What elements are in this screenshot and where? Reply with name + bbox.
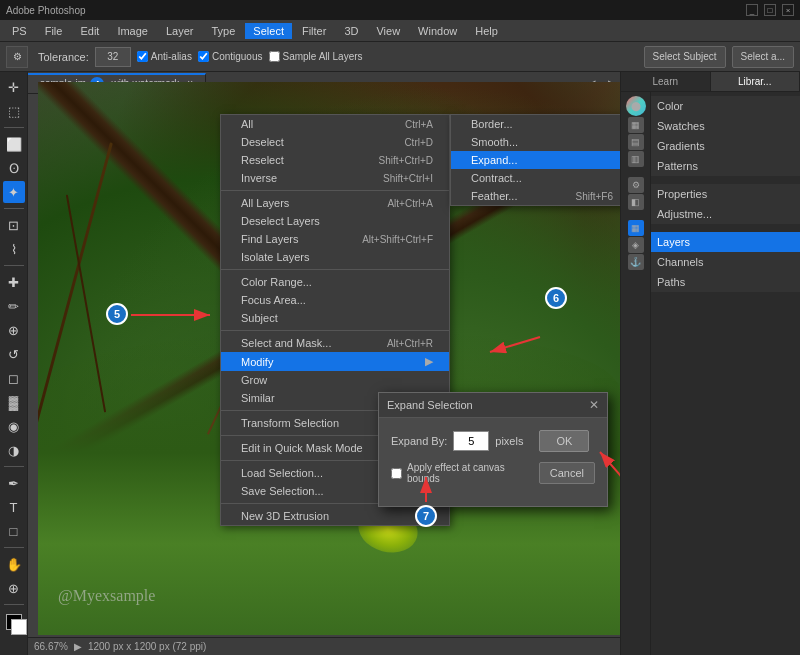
tool-divider-4 (4, 466, 24, 467)
menu-item-subject[interactable]: Subject (221, 309, 449, 327)
crop-tool[interactable]: ⊡ (3, 214, 25, 236)
right-panel: Learn Librar... ⬤ ▦ ▤ ▥ ⚙ ◧ ▦ ◈ ⚓ Color (620, 72, 800, 655)
modify-contract[interactable]: Contract... (451, 169, 620, 187)
hand-tool[interactable]: ✋ (3, 553, 25, 575)
menu-help[interactable]: Help (467, 23, 506, 39)
marquee-tool[interactable]: ⬜ (3, 133, 25, 155)
adjustments-panel-icon[interactable]: ◧ (628, 194, 644, 210)
tolerance-label: Tolerance: (38, 51, 89, 63)
foreground-color[interactable] (6, 614, 22, 630)
menu-3d[interactable]: 3D (336, 23, 366, 39)
history-brush-tool[interactable]: ↺ (3, 343, 25, 365)
modify-smooth[interactable]: Smooth... (451, 133, 620, 151)
modify-feather[interactable]: Feather...Shift+F6 (451, 187, 620, 205)
menubar: PS File Edit Image Layer Type Select Fil… (0, 20, 800, 42)
patterns-panel-icon[interactable]: ▥ (628, 151, 644, 167)
contiguous-check[interactable]: Contiguous (198, 51, 263, 62)
maximize-btn[interactable]: □ (764, 4, 776, 16)
gradient-tool[interactable]: ▓ (3, 391, 25, 413)
dialog-close-btn[interactable]: ✕ (589, 398, 599, 412)
menu-item-isolate-layers[interactable]: Isolate Layers (221, 248, 449, 266)
tolerance-input[interactable] (95, 47, 131, 67)
swatches-panel-header[interactable]: Swatches (651, 116, 800, 136)
swatches-panel-icon[interactable]: ▦ (628, 117, 644, 133)
anti-alias-check[interactable]: Anti-alias (137, 51, 192, 62)
layers-panel-icon[interactable]: ▦ (628, 220, 644, 236)
menu-item-select-and-mask[interactable]: Select and Mask...Alt+Ctrl+R (221, 334, 449, 352)
lasso-tool[interactable]: ʘ (3, 157, 25, 179)
paths-panel-icon[interactable]: ⚓ (628, 254, 644, 270)
select-subject-button[interactable]: Select Subject (644, 46, 726, 68)
menu-image[interactable]: Image (109, 23, 156, 39)
background-color[interactable] (11, 619, 27, 635)
menu-item-all[interactable]: AllCtrl+A (221, 115, 449, 133)
dodge-tool[interactable]: ◑ (3, 439, 25, 461)
modify-submenu: Border... Smooth... Expand... Contract..… (450, 114, 620, 206)
menu-item-color-range[interactable]: Color Range... (221, 273, 449, 291)
minimize-btn[interactable]: _ (746, 4, 758, 16)
patterns-panel-header[interactable]: Patterns (651, 156, 800, 176)
menu-item-inverse[interactable]: InverseShift+Ctrl+I (221, 169, 449, 187)
dialog-ok-button[interactable]: OK (539, 430, 589, 452)
properties-panel-header[interactable]: Properties (651, 184, 800, 204)
gradients-panel-icon[interactable]: ▤ (628, 134, 644, 150)
menu-filter[interactable]: Filter (294, 23, 334, 39)
window-controls[interactable]: _ □ × (746, 4, 794, 16)
tool-options-icon[interactable]: ⚙ (6, 46, 28, 68)
menu-item-all-layers[interactable]: All LayersAlt+Ctrl+A (221, 194, 449, 212)
pen-tool[interactable]: ✒ (3, 472, 25, 494)
menu-item-grow[interactable]: Grow (221, 371, 449, 389)
healing-tool[interactable]: ✚ (3, 271, 25, 293)
menu-item-deselect[interactable]: DeselectCtrl+D (221, 133, 449, 151)
layers-panel-header[interactable]: Layers (651, 232, 800, 252)
text-tool[interactable]: T (3, 496, 25, 518)
menu-item-deselect-layers[interactable]: Deselect Layers (221, 212, 449, 230)
modify-expand[interactable]: Expand... (451, 151, 620, 169)
move-tool[interactable]: ✛ (3, 76, 25, 98)
menu-type[interactable]: Type (204, 23, 244, 39)
select-and-mask-button[interactable]: Select a... (732, 46, 794, 68)
layers-panel-label: Layers (657, 236, 690, 248)
panel-content: ⬤ ▦ ▤ ▥ ⚙ ◧ ▦ ◈ ⚓ Color Swatches (621, 92, 800, 655)
menu-window[interactable]: Window (410, 23, 465, 39)
menu-item-reselect[interactable]: ReselectShift+Ctrl+D (221, 151, 449, 169)
dialog-body: Expand By: pixels OK Apply effect at can… (379, 418, 607, 506)
brush-tool[interactable]: ✏ (3, 295, 25, 317)
properties-panel-icon[interactable]: ⚙ (628, 177, 644, 193)
close-btn[interactable]: × (782, 4, 794, 16)
menu-ps[interactable]: PS (4, 23, 35, 39)
expand-by-input[interactable] (453, 431, 489, 451)
menu-layer[interactable]: Layer (158, 23, 202, 39)
magic-wand-tool[interactable]: ✦ (3, 181, 25, 203)
eraser-tool[interactable]: ◻ (3, 367, 25, 389)
paths-panel-header[interactable]: Paths (651, 272, 800, 292)
apply-effect-checkbox[interactable] (391, 468, 402, 479)
channels-panel-icon[interactable]: ◈ (628, 237, 644, 253)
stamp-tool[interactable]: ⊕ (3, 319, 25, 341)
adjustments-panel-header[interactable]: Adjustme... (651, 204, 800, 224)
blur-tool[interactable]: ◉ (3, 415, 25, 437)
menu-item-focus-area[interactable]: Focus Area... (221, 291, 449, 309)
menu-view[interactable]: View (368, 23, 408, 39)
step-badge-7: 7 (415, 505, 437, 527)
menu-item-modify[interactable]: Modify▶ (221, 352, 449, 371)
modify-border[interactable]: Border... (451, 115, 620, 133)
menu-item-find-layers[interactable]: Find LayersAlt+Shift+Ctrl+F (221, 230, 449, 248)
menu-edit[interactable]: Edit (72, 23, 107, 39)
channels-panel-header[interactable]: Channels (651, 252, 800, 272)
zoom-tool[interactable]: ⊕ (3, 577, 25, 599)
dialog-cancel-button[interactable]: Cancel (539, 462, 595, 484)
color-panel-header[interactable]: Color (651, 96, 800, 116)
gradients-panel-header[interactable]: Gradients (651, 136, 800, 156)
menu-select[interactable]: Select (245, 23, 292, 39)
shape-tool[interactable]: □ (3, 520, 25, 542)
sample-all-check[interactable]: Sample All Layers (269, 51, 363, 62)
tab-learn[interactable]: Learn (621, 72, 711, 91)
menu-file[interactable]: File (37, 23, 71, 39)
eyedropper-tool[interactable]: ⌇ (3, 238, 25, 260)
app-title: Adobe Photoshop (6, 5, 86, 16)
dialog-title: Expand Selection (387, 399, 473, 411)
artboard-tool[interactable]: ⬚ (3, 100, 25, 122)
color-panel-icon[interactable]: ⬤ (626, 96, 646, 116)
tab-libraries[interactable]: Librar... (711, 72, 801, 91)
